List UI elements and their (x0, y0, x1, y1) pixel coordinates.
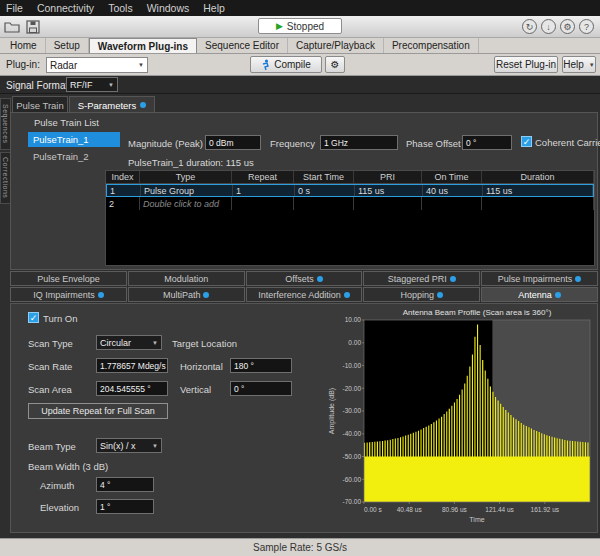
frequency-input[interactable]: 1 GHz (320, 135, 398, 150)
pulse-train-table: Index Type Repeat Start Time PRI On Time… (105, 170, 595, 266)
tab-modulation[interactable]: Modulation (128, 271, 245, 286)
y-tick-label: -60.00 (343, 476, 362, 483)
tab-label: Modulation (164, 274, 208, 284)
tab-sequence-editor[interactable]: Sequence Editor (197, 38, 288, 53)
scan-area-label: Scan Area (28, 384, 72, 395)
open-folder-icon[interactable] (4, 20, 20, 34)
column-header: On Time (422, 171, 482, 183)
save-icon[interactable] (26, 20, 40, 34)
menu-tools[interactable]: Tools (108, 2, 133, 14)
tab-label: IQ Impairments (33, 290, 95, 300)
beam-type-value: Sin(x) / x (100, 441, 136, 451)
tab-hopping[interactable]: Hopping (363, 287, 480, 302)
scan-type-label: Scan Type (28, 338, 73, 349)
run-state-button[interactable]: ▶ Stopped (258, 18, 342, 34)
tab-multipath[interactable]: MultiPath (128, 287, 245, 302)
tab-label: Antenna (518, 290, 552, 300)
cell-index: 2 (106, 197, 140, 210)
pulse-train-item-2[interactable]: PulseTrain_2 (28, 149, 120, 164)
main-tab-bar: Home Setup Waveform Plug-ins Sequence Ed… (0, 38, 600, 54)
cell-empty (422, 197, 482, 210)
coherent-carrier-checkbox[interactable]: ✓ (521, 136, 532, 147)
help-button[interactable]: Help ▼ (562, 56, 596, 73)
chevron-down-icon: ▼ (138, 62, 144, 68)
tab-pulse-train[interactable]: Pulse Train (12, 96, 68, 113)
tab-antenna[interactable]: Antenna (481, 287, 598, 302)
cell-empty (232, 197, 294, 210)
toolbar-right-icons: ↻ ↓ ⚙ ? (522, 19, 594, 34)
table-row[interactable]: 2 Double click to add (106, 197, 594, 210)
target-location-label: Target Location (172, 338, 237, 349)
help-icon[interactable]: ? (579, 19, 594, 34)
gear-icon: ⚙ (331, 59, 340, 70)
side-tab-corrections-label: Corrections (2, 157, 9, 198)
tab-capture-playback[interactable]: Capture/Playback (288, 38, 384, 53)
enabled-dot-icon (344, 292, 350, 298)
tab-iq-impairments[interactable]: IQ Impairments (10, 287, 127, 302)
signal-format-value: RF/IF (70, 80, 93, 90)
horizontal-input[interactable]: 180 ° (230, 358, 292, 373)
elevation-input[interactable]: 1 ° (96, 499, 154, 514)
cell-duration: 115 us (483, 185, 593, 196)
tab-pulse-envelope[interactable]: Pulse Envelope (10, 271, 127, 286)
reset-plugin-label: Reset Plug-in (496, 59, 556, 70)
tab-s-parameters-label: S-Parameters (78, 100, 137, 111)
turn-on-checkbox[interactable]: ✓ (28, 312, 39, 323)
azimuth-input[interactable]: 4 ° (96, 477, 154, 492)
turn-on-label: Turn On (43, 313, 78, 324)
magnitude-input[interactable]: 0 dBm (205, 135, 261, 150)
tab-interference-addition[interactable]: Interference Addition (246, 287, 363, 302)
signal-format-select[interactable]: RF/IF ▼ (66, 77, 118, 92)
scan-area-input[interactable]: 204.545555 ° (96, 381, 168, 396)
scan-type-value: Circular (100, 338, 131, 348)
tab-home[interactable]: Home (2, 38, 46, 53)
scan-rate-input[interactable]: 1.778657 Mdeg/s (96, 358, 168, 373)
tab-staggered-pri[interactable]: Staggered PRI (363, 271, 480, 286)
cell-empty (294, 197, 354, 210)
phase-offset-input[interactable]: 0 ° (462, 135, 512, 150)
instrument-settings-icon[interactable]: ⚙ (560, 19, 575, 34)
cell-pri: 115 us (355, 185, 423, 196)
beam-type-select[interactable]: Sin(x) / x ▼ (96, 438, 162, 453)
pulse-train-item-1[interactable]: PulseTrain_1 (28, 132, 120, 147)
compile-options-button[interactable]: ⚙ (325, 56, 345, 73)
run-state-label: Stopped (287, 21, 324, 32)
tab-label: Pulse Impairments (498, 274, 573, 284)
tab-waveform-plugins[interactable]: Waveform Plug-ins (89, 38, 197, 53)
cell-empty (354, 197, 422, 210)
reset-plugin-button[interactable]: Reset Plug-in (494, 56, 558, 73)
update-repeat-button[interactable]: Update Repeat for Full Scan (28, 403, 168, 419)
tab-label: Staggered PRI (388, 274, 447, 284)
plugin-bar: Plug-in: Radar ▼ Compile ⚙ Reset Plug-in… (0, 54, 600, 76)
plugin-select-value: Radar (50, 60, 77, 71)
tab-setup[interactable]: Setup (46, 38, 89, 53)
menu-file[interactable]: File (6, 2, 23, 14)
column-header: Index (106, 171, 140, 183)
download-to-instrument-icon[interactable]: ↓ (541, 19, 556, 34)
tab-precompensation[interactable]: Precompensation (384, 38, 479, 53)
plugin-select[interactable]: Radar ▼ (46, 57, 148, 73)
chevron-down-icon: ▼ (589, 62, 595, 68)
enabled-dot-icon (317, 276, 323, 282)
cell-add-hint[interactable]: Double click to add (140, 197, 232, 210)
y-tick-label: -20.00 (343, 385, 362, 392)
column-header: Duration (482, 171, 594, 183)
x-tick-label: 161.92 us (531, 506, 560, 513)
cell-empty (482, 197, 594, 210)
tab-label: Pulse Envelope (37, 274, 100, 284)
menu-windows[interactable]: Windows (147, 2, 190, 14)
tab-pulse-impairments[interactable]: Pulse Impairments (481, 271, 598, 286)
scan-type-select[interactable]: Circular ▼ (96, 335, 162, 350)
table-row[interactable]: 1 Pulse Group 1 0 s 115 us 40 us 115 us (106, 184, 594, 197)
tab-s-parameters[interactable]: S-Parameters (69, 96, 155, 113)
menu-help[interactable]: Help (203, 2, 225, 14)
y-tick-label: -50.00 (343, 453, 362, 460)
tab-offsets[interactable]: Offsets (246, 271, 363, 286)
enabled-dot-icon (450, 276, 456, 282)
refresh-connection-icon[interactable]: ↻ (522, 19, 537, 34)
vertical-input[interactable]: 0 ° (230, 381, 292, 396)
menu-connectivity[interactable]: Connectivity (37, 2, 94, 14)
tab-label: Interference Addition (258, 290, 341, 300)
coherent-carrier-label: Coherent Carrier (535, 137, 600, 148)
compile-button[interactable]: Compile (250, 56, 322, 73)
